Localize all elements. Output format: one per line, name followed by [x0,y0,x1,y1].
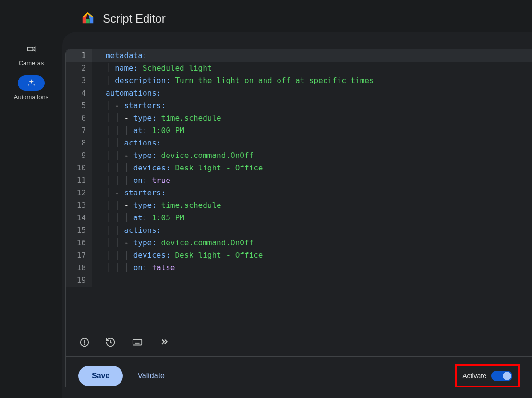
code-line[interactable]: 12 │ - starters: [66,187,532,199]
save-button[interactable]: Save [78,366,123,386]
code-content: │ │ actions: [92,137,161,149]
activate-highlight: Activate [455,364,520,387]
code-line[interactable]: 8 │ │ actions: [66,137,532,149]
editor-card: 1 metadata:2 │ name: Scheduled light3 │ … [62,32,532,398]
code-line[interactable]: 4 automations: [66,87,532,99]
code-content: │ - starters: [92,187,166,199]
code-line[interactable]: 11 │ │ │ on: true [66,174,532,187]
sidebar-item-cameras[interactable]: Cameras [18,41,45,67]
sparkle-icon [18,75,45,91]
app-header: Script Editor [0,0,532,32]
code-content: │ │ - type: device.command.OnOff [92,149,254,162]
line-number: 16 [66,237,92,249]
svg-rect-0 [28,47,33,51]
line-number: 15 [66,224,92,237]
code-content: │ description: Turn the light on and off… [92,74,374,87]
history-icon[interactable] [105,337,116,350]
line-number: 5 [66,99,92,112]
code-line[interactable]: 2 │ name: Scheduled light [66,62,532,74]
svg-point-3 [84,344,85,345]
code-content: │ │ │ devices: Desk light - Office [92,162,263,174]
code-line[interactable]: 10 │ │ │ devices: Desk light - Office [66,162,532,174]
alert-icon[interactable] [79,337,90,350]
code-content: │ │ │ devices: Desk light - Office [92,249,263,262]
line-number: 4 [66,87,92,99]
activate-label: Activate [462,372,486,380]
code-content: │ │ │ at: 1:05 PM [92,212,184,224]
line-number: 6 [66,112,92,124]
code-line[interactable]: 5 │ - starters: [66,99,532,112]
line-number: 3 [66,74,92,87]
sidebar-item-label: Automations [14,94,48,101]
code-content: │ name: Scheduled light [92,62,212,74]
line-number: 11 [66,174,92,187]
code-line[interactable]: 15 │ │ actions: [66,224,532,237]
svg-rect-4 [133,340,142,345]
code-editor[interactable]: 1 metadata:2 │ name: Scheduled light3 │ … [65,49,532,387]
line-number: 13 [66,199,92,212]
line-number: 17 [66,249,92,262]
google-home-logo [81,11,95,27]
code-line[interactable]: 17 │ │ │ devices: Desk light - Office [66,249,532,262]
line-number: 12 [66,187,92,199]
editor-footer: Save Validate Activate [66,356,532,387]
left-sidebar: Cameras Automations [0,32,62,398]
code-content [92,274,106,287]
line-number: 14 [66,212,92,224]
code-content: │ - starters: [92,99,166,112]
sidebar-item-automations[interactable]: Automations [14,75,48,101]
line-number: 18 [66,262,92,274]
validate-button[interactable]: Validate [137,372,165,380]
line-number: 19 [66,274,92,287]
code-content: │ │ - type: time.schedule [92,199,221,212]
activate-toggle[interactable] [491,371,512,381]
more-icon[interactable] [159,337,169,350]
page-title: Script Editor [103,12,166,25]
code-content: │ │ - type: device.command.OnOff [92,237,254,249]
code-content: │ │ - type: time.schedule [92,112,221,124]
code-content: metadata: [92,49,147,62]
code-content: automations: [92,87,161,99]
line-number: 7 [66,124,92,137]
code-line[interactable]: 3 │ description: Turn the light on and o… [66,74,532,87]
camera-icon [18,41,45,57]
line-number: 10 [66,162,92,174]
code-line[interactable]: 19 [66,274,532,287]
code-line[interactable]: 6 │ │ - type: time.schedule [66,112,532,124]
line-number: 8 [66,137,92,149]
sidebar-item-label: Cameras [19,60,44,67]
line-number: 9 [66,149,92,162]
line-number: 2 [66,62,92,74]
code-line[interactable]: 1 metadata: [66,49,532,62]
code-line[interactable]: 14 │ │ │ at: 1:05 PM [66,212,532,224]
code-line[interactable]: 7 │ │ │ at: 1:00 PM [66,124,532,137]
code-content: │ │ │ on: true [92,174,170,187]
keyboard-icon[interactable] [131,337,144,350]
line-number: 1 [66,49,92,62]
code-content: │ │ │ on: false [92,262,175,274]
code-content: │ │ actions: [92,224,161,237]
code-line[interactable]: 9 │ │ - type: device.command.OnOff [66,149,532,162]
code-line[interactable]: 18 │ │ │ on: false [66,262,532,274]
code-content: │ │ │ at: 1:00 PM [92,124,184,137]
editor-toolbar [66,330,532,356]
code-line[interactable]: 13 │ │ - type: time.schedule [66,199,532,212]
code-line[interactable]: 16 │ │ - type: device.command.OnOff [66,237,532,249]
